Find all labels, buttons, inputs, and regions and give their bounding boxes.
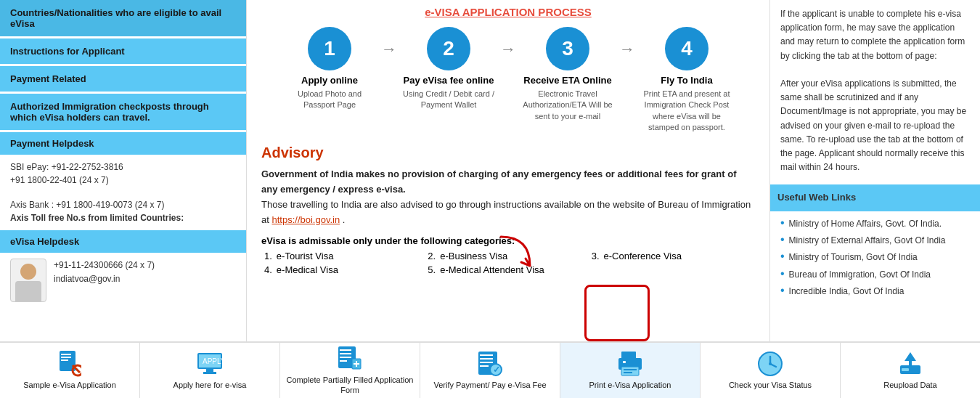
step-3-circle: 3 bbox=[546, 27, 589, 70]
svg-rect-12 bbox=[340, 353, 351, 354]
bottom-item-complete[interactable]: Complete Partially Filled Application Fo… bbox=[280, 343, 420, 398]
advisory-content: Government of India makes no provision o… bbox=[261, 167, 755, 227]
helpdesk-contact-info: +91-11-24300666 (24 x 7) indiatvoa@gov.i… bbox=[54, 259, 155, 286]
form-icon bbox=[337, 346, 363, 372]
svg-rect-2 bbox=[61, 357, 71, 358]
svg-rect-37 bbox=[909, 360, 912, 367]
step-2-circle: 2 bbox=[427, 27, 470, 70]
advisory-title: Advisory bbox=[261, 145, 755, 161]
helpdesk-contact-section: +91-11-24300666 (24 x 7) indiatvoa@gov.i… bbox=[0, 253, 246, 308]
svg-rect-21 bbox=[480, 362, 493, 363]
link-1: • Ministry of Home Affairs, Govt. Of Ind… bbox=[780, 217, 970, 231]
boi-link[interactable]: https://boi.gov.in bbox=[271, 214, 340, 225]
step-2: 2 Pay eVisa fee online Using Credit / De… bbox=[401, 27, 496, 111]
list-icon: ✓ bbox=[477, 351, 503, 377]
bottom-label-check: Check your Visa Status bbox=[729, 380, 812, 390]
step-3: 3 Receive ETA Online Electronic Travel A… bbox=[520, 27, 615, 122]
category-4: 4. e-Medical Visa bbox=[264, 264, 428, 275]
process-title: e-VISA APPLICATION PROCESS bbox=[261, 6, 755, 18]
sidebar: Countries/Nationalities who are eligible… bbox=[0, 0, 247, 341]
svg-rect-28 bbox=[623, 361, 626, 363]
useful-links-header: Useful Web Links bbox=[770, 184, 980, 211]
svg-rect-22 bbox=[480, 365, 489, 367]
svg-point-34 bbox=[769, 362, 772, 365]
step-1-circle: 1 bbox=[308, 27, 351, 70]
bottom-label-sample: Sample e-Visa Application bbox=[23, 380, 116, 390]
process-steps: 1 Apply online Upload Photo and Passport… bbox=[261, 27, 755, 133]
step-4: 4 Fly To India Print ETA and present at … bbox=[640, 27, 734, 133]
categories-list: 1. e-Tourist Visa 2. e-Business Visa 3. … bbox=[261, 251, 755, 275]
step-1: 1 Apply online Upload Photo and Passport… bbox=[282, 27, 377, 111]
svg-rect-29 bbox=[624, 369, 637, 370]
bottom-label-apply: Apply here for e-visa bbox=[173, 380, 247, 390]
arrow-2: → bbox=[500, 40, 516, 59]
helpdesk-avatar bbox=[10, 259, 46, 302]
svg-rect-8 bbox=[203, 372, 216, 374]
bottom-label-reupload: Reupload Data bbox=[883, 380, 936, 390]
svg-rect-14 bbox=[340, 360, 347, 362]
clock-icon bbox=[757, 351, 783, 377]
payment-helpdesk-header: Payment Helpdesk bbox=[0, 132, 246, 155]
bottom-label-print: Print e-Visa Application bbox=[589, 380, 671, 390]
screen-icon: APPLY bbox=[197, 351, 223, 377]
link-3: • Ministry of Tourism, Govt Of India bbox=[780, 251, 970, 264]
svg-text:✓: ✓ bbox=[493, 365, 500, 375]
sidebar-item-payment[interactable]: Payment Related bbox=[0, 66, 246, 92]
link-2: • Ministry of External Affairs, Govt Of … bbox=[780, 234, 970, 248]
document-icon bbox=[57, 351, 83, 377]
category-3: 3. e-Conference Visa bbox=[592, 251, 755, 261]
categories-title: eVisa is admissable only under the follo… bbox=[261, 235, 755, 246]
svg-rect-27 bbox=[621, 367, 639, 375]
svg-rect-38 bbox=[902, 368, 909, 371]
arrow-1: → bbox=[381, 40, 397, 59]
svg-rect-30 bbox=[624, 372, 632, 373]
svg-rect-1 bbox=[61, 354, 71, 355]
bullet-icon-4: • bbox=[780, 268, 785, 280]
sidebar-item-immigration[interactable]: Authorized Immigration checkposts throug… bbox=[0, 94, 246, 130]
bullet-icon-2: • bbox=[780, 234, 785, 245]
category-1: 1. e-Tourist Visa bbox=[264, 251, 428, 261]
step-4-circle: 4 bbox=[665, 27, 709, 70]
bullet-icon-3: • bbox=[780, 251, 785, 262]
svg-text:APPLY: APPLY bbox=[203, 357, 223, 365]
print-icon bbox=[617, 351, 643, 377]
svg-rect-11 bbox=[340, 349, 351, 351]
svg-rect-7 bbox=[206, 369, 213, 372]
sidebar-item-countries[interactable]: Countries/Nationalities who are eligible… bbox=[0, 0, 246, 36]
svg-rect-20 bbox=[480, 358, 493, 360]
right-panel: If the applicant is unable to complete h… bbox=[769, 0, 980, 341]
sbi-info: SBI ePay: +91-22-2752-3816 +91 1800-22-4… bbox=[0, 155, 246, 192]
bottom-item-apply[interactable]: APPLY Apply here for e-visa bbox=[140, 343, 280, 398]
link-5: • Incredible India, Govt Of India bbox=[780, 285, 970, 298]
bottom-item-check[interactable]: Check your Visa Status bbox=[701, 343, 841, 398]
link-4: • Bureau of Immigration, Govt Of India bbox=[780, 268, 970, 282]
axis-info: Axis Bank : +91 1800-419-0073 (24 x 7) A… bbox=[0, 192, 246, 230]
bottom-item-sample[interactable]: Sample e-Visa Application bbox=[0, 343, 140, 398]
bottom-item-reupload[interactable]: Reupload Data bbox=[841, 343, 980, 398]
bottom-item-verify[interactable]: ✓ Verify Payment/ Pay e-Visa Fee bbox=[420, 343, 560, 398]
evisa-helpdesk-header: eVisa Helpdesk bbox=[0, 230, 246, 253]
sidebar-item-instructions[interactable]: Instructions for Applicant bbox=[0, 38, 246, 64]
category-5: 5. e-Medical Attendent Visa bbox=[428, 264, 591, 275]
svg-rect-13 bbox=[340, 357, 351, 358]
bullet-icon-1: • bbox=[780, 217, 785, 229]
category-2: 2. e-Business Visa bbox=[428, 251, 591, 261]
bottom-bar: Sample e-Visa Application APPLY Apply he… bbox=[0, 341, 980, 398]
highlight-circle bbox=[584, 285, 650, 341]
main-content-area: e-VISA APPLICATION PROCESS 1 Apply onlin… bbox=[247, 0, 769, 281]
bottom-label-verify: Verify Payment/ Pay e-Visa Fee bbox=[433, 380, 546, 390]
svg-rect-3 bbox=[61, 360, 68, 361]
bullet-icon-5: • bbox=[780, 285, 785, 296]
bottom-label-complete: Complete Partially Filled Application Fo… bbox=[285, 375, 415, 396]
svg-rect-19 bbox=[480, 354, 493, 356]
upload-icon bbox=[897, 351, 923, 377]
arrow-3: → bbox=[619, 40, 635, 59]
bottom-item-print[interactable]: Print e-Visa Application bbox=[560, 343, 701, 398]
